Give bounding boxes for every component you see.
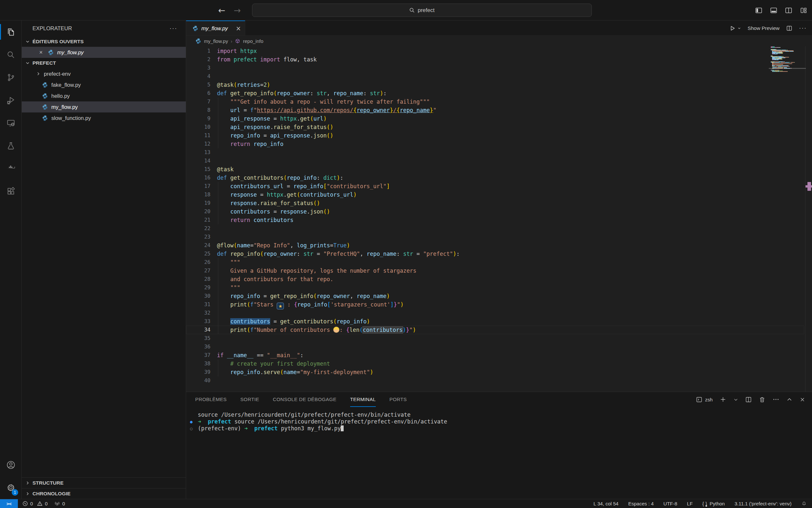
section-open-editors[interactable]: ÉDITEURS OUVERTS	[22, 36, 186, 47]
code-line-36[interactable]: 36	[186, 343, 804, 351]
code-line-2[interactable]: 2from prefect import flow, task	[186, 55, 804, 64]
activity-search[interactable]	[0, 43, 21, 66]
trash-icon[interactable]	[759, 396, 766, 403]
code-line-35[interactable]: 35	[186, 334, 804, 343]
code-line-19[interactable]: 19 response.raise_for_status()	[186, 199, 804, 207]
activity-source-control[interactable]	[0, 66, 21, 89]
code-line-16[interactable]: 16def get_contributors(repo_info: dict):	[186, 174, 804, 182]
code-editor[interactable]: 1import httpx2from prefect import flow, …	[186, 46, 812, 392]
code-line-12[interactable]: 12 return repo_info	[186, 140, 804, 148]
code-line-34[interactable]: 34 print(f"Number of contributors : {len…	[186, 326, 804, 334]
code-line-15[interactable]: 15@task	[186, 165, 804, 174]
code-line-40[interactable]: 40	[186, 376, 804, 385]
code-line-3[interactable]: 3	[186, 64, 804, 72]
code-line-21[interactable]: 21 return contributors	[186, 216, 804, 224]
ports-status[interactable]: 0	[54, 501, 65, 507]
section-timeline[interactable]: CHRONOLOGIE	[22, 488, 186, 499]
toggle-panel-icon[interactable]	[770, 6, 777, 14]
activity-explorer[interactable]	[0, 20, 21, 43]
code-line-5[interactable]: 5@task(retries=2)	[186, 81, 804, 89]
show-preview-button[interactable]: Show Preview	[748, 25, 779, 31]
history-back-button[interactable]: ←	[218, 5, 226, 15]
indentation-status[interactable]: Espaces : 4	[628, 501, 654, 506]
file-my_flow.py[interactable]: my_flow.py	[22, 101, 186, 113]
close-icon[interactable]: ×	[37, 49, 45, 56]
code-line-26[interactable]: 26 """	[186, 258, 804, 266]
panel-tab-problèmes[interactable]: PROBLÈMES	[195, 392, 227, 407]
customize-layout-icon[interactable]	[800, 6, 807, 14]
split-terminal-icon[interactable]	[745, 396, 752, 403]
remote-indicator[interactable]: ><	[0, 499, 18, 508]
cursor-position[interactable]: L 34, col 54	[593, 501, 618, 506]
code-line-27[interactable]: 27 Given a GitHub repository, logs the n…	[186, 266, 804, 275]
terminal[interactable]: source /Users/henricourdent/git/prefect/…	[186, 407, 812, 432]
breadcrumb-file[interactable]: my_flow.py	[204, 38, 228, 44]
language-status[interactable]: { }Python	[703, 501, 725, 506]
close-icon[interactable]	[799, 396, 806, 403]
activity-settings[interactable]: 1	[0, 476, 21, 499]
history-forward-button[interactable]: →	[234, 5, 241, 15]
tab-my-flow[interactable]: my_flow.py ×	[186, 20, 245, 35]
code-line-1[interactable]: 1import httpx	[186, 47, 804, 55]
activity-remote-explorer[interactable]	[0, 112, 21, 134]
code-line-39[interactable]: 39 repo_info.serve(name="my-first-deploy…	[186, 368, 804, 376]
split-editor-icon[interactable]	[786, 25, 793, 32]
activity-extensions[interactable]	[0, 180, 21, 203]
code-line-33[interactable]: 33 contributors = get_contributors(repo_…	[186, 317, 804, 326]
file-slow_function.py[interactable]: slow_function.py	[22, 113, 186, 124]
more-icon[interactable]	[772, 396, 779, 403]
chevron-up-icon[interactable]	[786, 396, 793, 403]
section-structure[interactable]: STRUCTURE	[22, 477, 186, 488]
code-line-11[interactable]: 11 repo_info = api_response.json()	[186, 131, 804, 140]
panel-tab-terminal[interactable]: TERMINAL	[350, 392, 376, 407]
folder-prefect-env[interactable]: prefect-env	[22, 68, 186, 79]
code-line-24[interactable]: 24@flow(name="Repo Info", log_prints=Tru…	[186, 241, 804, 250]
code-line-28[interactable]: 28 and contributors for that repo.	[186, 275, 804, 284]
eol-status[interactable]: LF	[687, 501, 693, 506]
section-workspace[interactable]: PREFECT	[22, 58, 186, 68]
file-hello.py[interactable]: hello.py	[22, 90, 186, 101]
problems-status[interactable]: 0 0	[22, 501, 48, 506]
code-line-38[interactable]: 38 # create your first deployment	[186, 359, 804, 368]
explorer-more-actions[interactable]: ···	[170, 25, 177, 32]
bell-icon[interactable]	[801, 501, 807, 506]
chevron-down-icon[interactable]	[733, 397, 738, 402]
minimap[interactable]	[771, 46, 805, 73]
code-line-6[interactable]: 6def get_repo_info(repo_owner: str, repo…	[186, 89, 804, 97]
code-line-4[interactable]: 4	[186, 72, 804, 81]
command-decoration-icon[interactable]: ●	[190, 419, 193, 424]
close-icon[interactable]: ×	[236, 25, 241, 32]
code-line-31[interactable]: 31 print(f"Stars ★ : {repo_info['stargaz…	[186, 300, 804, 309]
code-line-23[interactable]: 23	[186, 233, 804, 241]
code-line-29[interactable]: 29 """	[186, 284, 804, 292]
panel-tab-sortie[interactable]: SORTIE	[240, 392, 259, 407]
toggle-primary-sidebar-icon[interactable]	[755, 6, 763, 14]
breadcrumb-symbol[interactable]: repo_info	[243, 38, 264, 44]
activity-accounts[interactable]	[0, 453, 21, 476]
run-python-button[interactable]	[729, 25, 741, 32]
code-line-13[interactable]: 13	[186, 148, 804, 157]
code-line-37[interactable]: 37if __name__ == "__main__":	[186, 351, 804, 359]
activity-docker[interactable]	[0, 157, 21, 180]
terminal-profile-icon[interactable]: zsh	[696, 396, 713, 403]
toggle-secondary-sidebar-icon[interactable]	[785, 6, 793, 14]
code-line-30[interactable]: 30 repo_info = get_repo_info(repo_owner,…	[186, 292, 804, 300]
code-line-20[interactable]: 20 contributors = response.json()	[186, 207, 804, 216]
file-fake_flow.py[interactable]: fake_flow.py	[22, 79, 186, 90]
code-line-18[interactable]: 18 response = httpx.get(contributors_url…	[186, 190, 804, 199]
code-line-8[interactable]: 8 url = f"https://api.github.com/repos/{…	[186, 106, 804, 115]
code-line-9[interactable]: 9 api_response = httpx.get(url)	[186, 115, 804, 123]
add-terminal-icon[interactable]	[719, 396, 727, 403]
command-decoration-icon[interactable]: ○	[190, 426, 193, 431]
code-line-22[interactable]: 22	[186, 224, 804, 233]
code-line-17[interactable]: 17 contributors_url = repo_info["contrib…	[186, 182, 804, 190]
editor-more-actions[interactable]: ···	[799, 25, 807, 32]
activity-run-debug[interactable]	[0, 89, 21, 112]
code-line-32[interactable]: 32	[186, 309, 804, 317]
activity-testing[interactable]	[0, 134, 21, 157]
code-line-14[interactable]: 14	[186, 157, 804, 165]
encoding-status[interactable]: UTF-8	[664, 501, 677, 506]
panel-tab-console de débogage[interactable]: CONSOLE DE DÉBOGAGE	[273, 392, 336, 407]
panel-tab-ports[interactable]: PORTS	[389, 392, 407, 407]
code-line-10[interactable]: 10 api_response.raise_for_status()	[186, 123, 804, 131]
